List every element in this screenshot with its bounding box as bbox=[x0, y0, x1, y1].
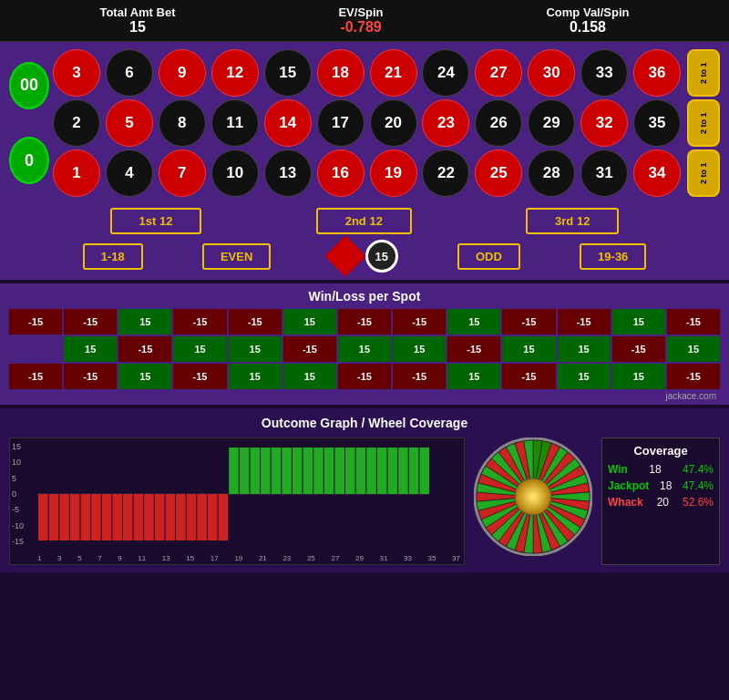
num-cell-31[interactable]: 31 bbox=[580, 149, 628, 197]
num-cell-36[interactable]: 36 bbox=[633, 49, 681, 97]
col-2to1-column: 2 to 1 2 to 1 2 to 1 bbox=[687, 49, 720, 197]
col-2to1-mid[interactable]: 2 to 1 bbox=[687, 99, 720, 147]
wl-cell: -15 bbox=[229, 309, 282, 335]
wl-cell: 15 bbox=[612, 309, 665, 335]
wl-cell: 15 bbox=[283, 309, 336, 335]
wl-cell: -15 bbox=[173, 309, 226, 335]
num-cell-11[interactable]: 11 bbox=[211, 99, 259, 147]
num-cell-22[interactable]: 22 bbox=[422, 149, 469, 197]
bet-1-18[interactable]: 1-18 bbox=[83, 243, 143, 270]
num-cell-2[interactable]: 2 bbox=[53, 99, 100, 147]
chart-y-labels: 15 10 5 0 -5 -10 -15 bbox=[12, 442, 24, 546]
wl-cell: -15 bbox=[64, 309, 117, 335]
num-cell-29[interactable]: 29 bbox=[528, 99, 575, 147]
comp-val-value: 0.158 bbox=[546, 19, 629, 36]
num-cell-4[interactable]: 4 bbox=[106, 149, 153, 197]
num-cell-33[interactable]: 33 bbox=[580, 49, 628, 97]
num-cell-16[interactable]: 16 bbox=[317, 149, 364, 197]
wl-cell: -15 bbox=[667, 309, 720, 335]
outcome-content: 15 10 5 0 -5 -10 -15 1357911131517192123… bbox=[9, 438, 720, 565]
wl-cell: 15 bbox=[393, 336, 446, 362]
num-cell-35[interactable]: 35 bbox=[633, 99, 681, 147]
total-amt-bet-label: Total Amt Bet bbox=[99, 5, 175, 19]
roulette-table-container: 00 0 36912151821242730333625811141720232… bbox=[0, 42, 729, 204]
num-cell-6[interactable]: 6 bbox=[106, 49, 153, 97]
wl-cell: -15 bbox=[173, 364, 226, 389]
winloss-title: Win/Loss per Spot bbox=[9, 289, 720, 304]
winloss-row-0: -15-1515-15-1515-15-1515-15-1515-15 bbox=[9, 309, 720, 335]
wl-cell: 15 bbox=[612, 364, 665, 389]
comp-val: Comp Val/Spin 0.158 bbox=[546, 5, 629, 36]
bet-rows: 1st 12 2nd 12 3rd 12 1-18 EVEN 15 ODD 19… bbox=[0, 204, 729, 280]
wl-cell: 15 bbox=[667, 336, 720, 362]
coverage-whack-row: Whack 20 52.6% bbox=[608, 496, 714, 509]
bar-canvas bbox=[37, 444, 429, 544]
num-cell-10[interactable]: 10 bbox=[211, 149, 259, 197]
num-cell-12[interactable]: 12 bbox=[211, 49, 259, 97]
num-cell-9[interactable]: 9 bbox=[159, 49, 206, 97]
ball-indicator: 15 bbox=[365, 240, 398, 273]
coverage-win-row: Win 18 47.4% bbox=[608, 463, 714, 476]
dozen-1st[interactable]: 1st 12 bbox=[110, 208, 202, 234]
num-cell-23[interactable]: 23 bbox=[422, 99, 469, 147]
col-2to1-top[interactable]: 2 to 1 bbox=[687, 49, 720, 97]
num-cell-27[interactable]: 27 bbox=[475, 49, 522, 97]
num-cell-5[interactable]: 5 bbox=[106, 99, 153, 147]
winloss-row-1: 15-151515-151515-151515-1515 bbox=[9, 336, 720, 362]
num-cell-14[interactable]: 14 bbox=[264, 99, 312, 147]
num-cell-17[interactable]: 17 bbox=[317, 99, 364, 147]
num-cell-8[interactable]: 8 bbox=[159, 99, 206, 147]
bet-even[interactable]: EVEN bbox=[202, 243, 271, 270]
wl-cell: 15 bbox=[447, 309, 500, 335]
num-cell-21[interactable]: 21 bbox=[370, 49, 417, 97]
bet-19-36[interactable]: 19-36 bbox=[580, 243, 646, 270]
num-cell-24[interactable]: 24 bbox=[422, 49, 469, 97]
num-cell-25[interactable]: 25 bbox=[475, 149, 522, 197]
ev-spin-value: -0.789 bbox=[338, 19, 383, 36]
wl-cell: -15 bbox=[338, 364, 391, 389]
zeros-column: 00 0 bbox=[9, 49, 49, 197]
wl-cell: 15 bbox=[118, 364, 171, 389]
wl-cell: 15 bbox=[338, 336, 391, 362]
dozens-row: 1st 12 2nd 12 3rd 12 bbox=[9, 208, 720, 234]
outside-row: 1-18 EVEN 15 ODD 19-36 bbox=[9, 240, 720, 273]
wl-cell: -15 bbox=[9, 309, 62, 335]
num-cell-32[interactable]: 32 bbox=[580, 99, 628, 147]
wl-cell: 15 bbox=[64, 336, 117, 362]
zero-00[interactable]: 00 bbox=[9, 62, 49, 109]
wl-cell: -15 bbox=[393, 309, 446, 335]
wl-cell bbox=[9, 336, 62, 362]
outcome-section: Outcome Graph / Wheel Coverage 15 10 5 0… bbox=[0, 408, 729, 572]
num-cell-15[interactable]: 15 bbox=[264, 49, 312, 97]
num-cell-1[interactable]: 1 bbox=[53, 149, 100, 197]
wl-cell: 15 bbox=[283, 364, 336, 389]
col-2to1-bot[interactable]: 2 to 1 bbox=[687, 149, 720, 197]
wl-cell: 15 bbox=[118, 309, 171, 335]
total-amt-bet-value: 15 bbox=[99, 19, 175, 36]
wl-cell: -15 bbox=[118, 336, 171, 362]
num-cell-26[interactable]: 26 bbox=[475, 99, 522, 147]
winloss-section: Win/Loss per Spot -15-1515-15-1515-15-15… bbox=[0, 283, 729, 405]
stats-bar: Total Amt Bet 15 EV/Spin -0.789 Comp Val… bbox=[0, 0, 729, 42]
numbers-grid: 3691215182124273033362581114172023262932… bbox=[53, 49, 683, 197]
outcome-title: Outcome Graph / Wheel Coverage bbox=[9, 416, 720, 430]
num-cell-34[interactable]: 34 bbox=[633, 149, 681, 197]
wl-cell: -15 bbox=[667, 364, 720, 389]
dozen-2nd[interactable]: 2nd 12 bbox=[316, 208, 412, 234]
num-cell-20[interactable]: 20 bbox=[370, 99, 417, 147]
coverage-jackpot-count: 18 bbox=[660, 479, 672, 492]
num-cell-28[interactable]: 28 bbox=[528, 149, 575, 197]
wl-cell: -15 bbox=[338, 309, 391, 335]
coverage-jackpot-label: Jackpot bbox=[608, 479, 649, 492]
bet-odd[interactable]: ODD bbox=[457, 243, 520, 270]
dozen-3rd[interactable]: 3rd 12 bbox=[526, 208, 619, 234]
num-cell-19[interactable]: 19 bbox=[370, 149, 417, 197]
wheel-canvas bbox=[474, 438, 592, 556]
num-cell-13[interactable]: 13 bbox=[264, 149, 312, 197]
num-cell-7[interactable]: 7 bbox=[159, 149, 206, 197]
num-cell-3[interactable]: 3 bbox=[53, 49, 100, 97]
zero-0[interactable]: 0 bbox=[9, 137, 49, 184]
num-cell-18[interactable]: 18 bbox=[317, 49, 364, 97]
num-cell-30[interactable]: 30 bbox=[528, 49, 575, 97]
jackace-credit: jackace.com bbox=[9, 391, 720, 401]
